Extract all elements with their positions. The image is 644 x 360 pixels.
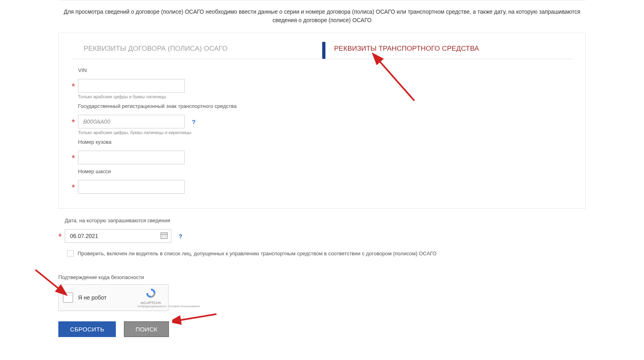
recaptcha-label: Я не робот (78, 294, 138, 301)
required-marker: * (72, 180, 78, 192)
svg-point-3 (164, 235, 165, 236)
recaptcha-checkbox[interactable] (63, 292, 73, 303)
vin-label: VIN (78, 67, 572, 73)
tabs: РЕКВИЗИТЫ ДОГОВОРА (ПОЛИСА) ОСАГО РЕКВИЗ… (72, 42, 572, 59)
top-divider (58, 0, 586, 0)
body-label: Номер кузова (78, 139, 572, 145)
reset-button[interactable]: СБРОСИТЬ (58, 321, 116, 337)
chassis-label: Номер шасси (78, 168, 572, 174)
recaptcha-widget: Я не робот reCAPTCHA Конфиденциальность … (58, 284, 169, 311)
body-input[interactable] (78, 151, 185, 164)
calendar-icon[interactable] (160, 232, 168, 241)
required-marker: * (72, 151, 78, 163)
plate-help-icon[interactable]: ? (192, 118, 195, 125)
tab-policy[interactable]: РЕКВИЗИТЫ ДОГОВОРА (ПОЛИСА) ОСАГО (72, 42, 322, 59)
svg-line-9 (35, 270, 60, 290)
plate-input[interactable] (78, 115, 185, 128)
search-button[interactable]: ПОИСК (124, 321, 169, 337)
required-marker: * (72, 79, 78, 91)
vin-hint: Только арабские цифры и буквы латиницы (78, 94, 572, 99)
date-label: Дата, на которую запрашиваются сведения (65, 217, 586, 223)
required-marker: * (72, 115, 78, 127)
svg-point-6 (164, 237, 165, 238)
date-input[interactable] (65, 229, 171, 243)
plate-label: Государственный регистрационный знак тра… (78, 103, 572, 109)
intro-text: Для просмотра сведений о договоре (полис… (58, 8, 586, 33)
recaptcha-brand: reCAPTCHA (138, 301, 164, 305)
chassis-input[interactable] (78, 180, 185, 194)
driver-check-checkbox[interactable] (67, 250, 74, 257)
svg-point-4 (165, 235, 166, 236)
plate-hint: Только арабские цифры, буквы латиницы и … (78, 130, 572, 135)
tab-vehicle[interactable]: РЕКВИЗИТЫ ТРАНСПОРТНОГО СРЕДСТВА (322, 42, 573, 59)
recaptcha-logo-icon (145, 294, 157, 301)
captcha-heading: Подтверждение кода безопасности (58, 274, 586, 280)
driver-check-label: Проверить, включен ли водитель в список … (78, 250, 436, 257)
svg-point-2 (162, 235, 163, 236)
required-marker: * (58, 229, 65, 241)
recaptcha-links: Конфиденциальность · Условия использован… (138, 305, 164, 308)
date-help-icon[interactable]: ? (179, 233, 182, 240)
vin-input[interactable] (78, 79, 185, 93)
svg-point-7 (165, 237, 166, 238)
form-panel: РЕКВИЗИТЫ ДОГОВОРА (ПОЛИСА) ОСАГО РЕКВИЗ… (58, 33, 586, 209)
svg-point-5 (162, 237, 163, 238)
